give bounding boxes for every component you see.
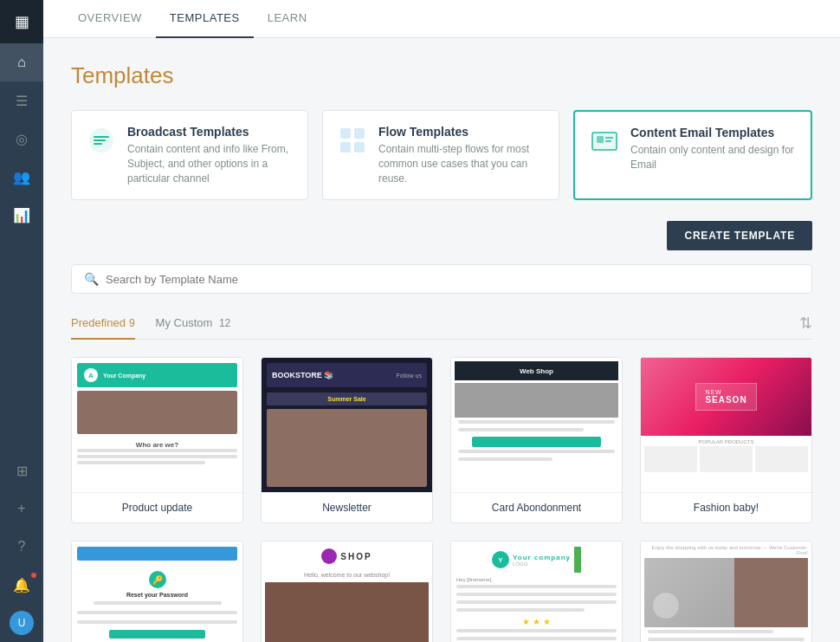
sidebar-user-avatar[interactable]: U [0,604,43,642]
template-thumb-password-reset: 🔑 Reset your Password [72,541,242,642]
sidebar-item-notifications[interactable]: 🔔 [0,566,43,604]
type-card-content[interactable]: Content Email Templates Contain only con… [573,110,812,200]
analytics-icon: 📊 [13,207,30,224]
sidebar-item-analytics[interactable]: 📊 [0,196,43,234]
sort-icon[interactable]: ⇅ [799,314,812,333]
templates-grid: A Your Company Who are we? Product updat… [71,357,812,642]
svg-rect-5 [592,133,617,150]
template-card-newsletter[interactable]: BOOKSTORE 📚 Follow us Summer Sale Newsle… [261,357,433,523]
template-card-welcome-webshop[interactable]: SHOP Hello, welcome to our webshop! Good… [261,541,433,642]
search-bar: 🔍 [71,264,812,294]
template-thumb-review-form: Y Your company LOGO Hey [firstname], [451,541,622,642]
content-email-card-title: Content Email Templates [630,126,797,139]
flow-card-desc: Contain multi-step flows for most common… [378,142,545,185]
avatar: U [10,611,34,635]
template-card-password-reset[interactable]: 🔑 Reset your Password Password Reset [71,541,243,642]
home-icon: ⌂ [17,55,26,70]
template-thumb-newsletter: BOOKSTORE 📚 Follow us Summer Sale [262,358,432,492]
type-card-broadcast[interactable]: Broadcast Templates Contain content and … [71,110,308,200]
svg-rect-4 [354,142,365,152]
template-card-welcome-email[interactable]: Enjoy the shopping with us today and tom… [640,541,812,642]
page-body: Templates Broadcast Templates Contain co… [43,38,840,642]
template-thumb-welcome-webshop: SHOP Hello, welcome to our webshop! Good… [262,541,432,642]
top-nav: OVERVIEW TEMPLATES LEARN [43,0,840,38]
sidebar-item-contacts[interactable]: ◎ [0,120,43,158]
template-thumb-product-update: A Your Company Who are we? [72,358,242,492]
sidebar: ▦ ⌂ ☰ ◎ 👥 📊 ⊞ + ? 🔔 U [0,0,43,642]
main-content: OVERVIEW TEMPLATES LEARN Templates Broad… [43,0,840,642]
nav-templates[interactable]: TEMPLATES [156,0,254,38]
contacts-icon: ◎ [16,131,28,147]
template-thumb-card-abandonment: Web Shop [451,358,622,492]
broadcast-card-desc: Contain content and info like From, Subj… [127,142,294,185]
template-label-product-update: Product update [72,492,242,522]
flow-card-title: Flow Templates [378,125,545,139]
svg-rect-2 [354,128,365,139]
nav-overview[interactable]: OVERVIEW [64,0,156,38]
sidebar-item-help[interactable]: ? [0,528,43,566]
broadcast-card-text: Broadcast Templates Contain content and … [127,125,294,185]
template-label-card-abandonment: Card Abondonment [451,492,622,522]
grid-icon: ⊞ [16,463,28,479]
messages-icon: ☰ [16,93,28,109]
template-type-cards: Broadcast Templates Contain content and … [71,110,812,200]
template-card-review-form[interactable]: Y Your company LOGO Hey [firstname], [450,541,623,642]
svg-rect-6 [597,136,604,143]
template-label-newsletter: Newsletter [262,492,432,522]
sidebar-item-messages[interactable]: ☰ [0,81,43,120]
logo-icon: ▦ [15,12,29,31]
audience-icon: 👥 [13,169,30,185]
tab-predefined[interactable]: Predefined9 [71,308,135,340]
tabs-row: Predefined9 My Custom 12 ⇅ [71,308,812,340]
sidebar-item-add[interactable]: + [0,490,43,528]
broadcast-icon [86,125,117,156]
content-email-icon [589,126,620,157]
content-email-card-desc: Contain only content and design for Emai… [630,143,797,172]
flow-card-text: Flow Templates Contain multi-step flows … [378,125,545,185]
add-icon: + [17,501,25,516]
sidebar-item-home[interactable]: ⌂ [0,43,43,81]
svg-rect-1 [340,128,351,139]
template-thumb-fashion-baby: NEW SEASON POPULAR PRODUCTS [641,358,811,492]
sidebar-bottom: ⊞ + ? 🔔 U [0,451,43,642]
sidebar-item-grid[interactable]: ⊞ [0,451,43,490]
sidebar-item-audience[interactable]: 👥 [0,158,43,196]
tab-custom[interactable]: My Custom 12 [156,308,231,340]
template-label-fashion-baby: Fashion baby! [641,492,811,522]
content-email-card-text: Content Email Templates Contain only con… [630,126,797,172]
search-icon: 🔍 [84,272,99,286]
template-thumb-welcome-email: Enjoy the shopping with us today and tom… [641,541,811,642]
tabs-left: Predefined9 My Custom 12 [71,308,251,339]
help-icon: ? [18,539,26,554]
broadcast-card-title: Broadcast Templates [127,125,294,139]
type-card-flow[interactable]: Flow Templates Contain multi-step flows … [322,110,559,200]
nav-learn[interactable]: LEARN [254,0,321,38]
template-card-product-update[interactable]: A Your Company Who are we? Product updat… [71,357,243,523]
toolbar: CREATE TEMPLATE [71,221,812,250]
svg-rect-3 [340,142,351,152]
search-input[interactable] [106,273,799,286]
bell-icon: 🔔 [13,577,30,593]
sidebar-logo: ▦ [0,0,43,43]
template-card-card-abandonment[interactable]: Web Shop Card Abondonment [450,357,623,523]
create-template-button[interactable]: CREATE TEMPLATE [667,221,812,250]
page-title: Templates [71,62,812,89]
flow-icon [337,125,368,156]
template-card-fashion-baby[interactable]: NEW SEASON POPULAR PRODUCTS [640,357,812,523]
